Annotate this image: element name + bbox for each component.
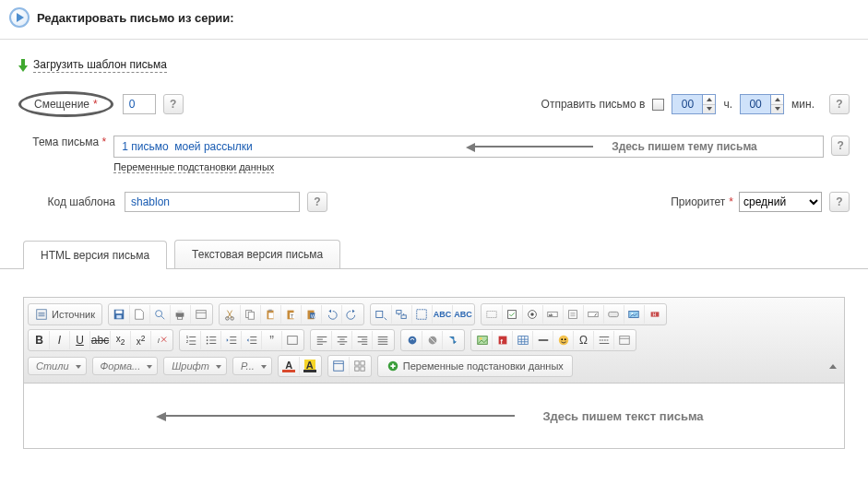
underline-icon[interactable]: U [70,331,90,349]
subject-vars-link[interactable]: Переменные подстановки данных [113,161,274,173]
minutes-up-icon[interactable] [771,95,783,105]
send-time-help-button[interactable]: ? [829,94,850,114]
table-icon[interactable] [513,331,533,349]
source-button[interactable]: Источник [30,305,101,324]
vars-button[interactable]: Переменные подстановки данных [379,357,571,375]
offset-input[interactable] [123,94,156,114]
find-icon[interactable] [372,305,392,324]
template-code-input[interactable] [125,192,300,212]
styles-dropdown[interactable]: Стили [28,357,87,375]
template-code-help-button[interactable]: ? [307,192,327,212]
checkbox-icon[interactable] [503,305,523,324]
radio-icon[interactable] [523,305,543,324]
tab-text[interactable]: Текстовая версия письма [174,240,340,268]
italic-icon[interactable]: I [50,331,70,349]
hours-up-icon[interactable] [703,95,715,105]
subscript-icon[interactable]: x2 [111,331,131,349]
subject-help-button[interactable]: ? [831,136,850,156]
page-break-icon[interactable] [594,331,614,349]
special-char-icon[interactable]: Ω [574,331,594,349]
form-icon[interactable] [482,305,503,324]
send-time-block: Отправить письмо в 00 ч. 00 мин. ? [541,94,850,114]
tab-html[interactable]: HTML версия письма [23,241,167,269]
div-icon[interactable] [282,331,303,349]
outdent-icon[interactable] [221,331,242,349]
svg-rect-56 [620,336,630,345]
numbered-list-icon[interactable]: 12 [181,331,201,349]
button-field-icon[interactable] [604,305,624,324]
remove-format-icon[interactable]: I [151,331,172,349]
load-template-link[interactable]: Загрузить шаблон письма [33,58,167,73]
paste-text-icon[interactable]: T [281,305,302,324]
indent-icon[interactable] [242,331,262,349]
svg-rect-34 [609,312,619,316]
svg-rect-3 [117,315,122,319]
hidden-field-icon[interactable]: H [645,305,665,324]
size-dropdown[interactable]: Р... [232,357,272,375]
image-button-icon[interactable] [624,305,645,324]
paste-icon[interactable] [261,305,281,324]
subject-input[interactable] [113,136,824,158]
templates-icon[interactable] [191,305,211,324]
left-arrow-icon [164,415,515,417]
offset-help-button[interactable]: ? [163,94,184,114]
cut-icon[interactable] [220,305,241,324]
format-dropdown[interactable]: Форма... [92,357,159,375]
scayt-icon[interactable]: ABC [453,305,473,324]
paste-word-icon[interactable]: W [302,305,322,324]
svg-point-43 [206,339,208,341]
minutes-spinner[interactable]: 00 [740,94,784,114]
redo-icon[interactable] [342,305,363,324]
hr-icon[interactable] [533,331,553,349]
align-right-icon[interactable] [352,331,373,349]
download-icon [18,59,28,72]
preview-icon[interactable] [150,305,171,324]
undo-icon[interactable] [322,305,342,324]
hours-down-icon[interactable] [703,105,715,114]
minutes-down-icon[interactable] [771,105,783,114]
hours-spinner[interactable]: 00 [672,94,716,114]
send-time-label: Отправить письмо в [541,98,646,111]
textarea-icon[interactable] [564,305,584,324]
replace-icon[interactable] [392,305,412,324]
image-icon[interactable] [472,331,493,349]
minutes-value: 00 [741,98,770,111]
blockquote-icon[interactable]: ” [262,331,282,349]
align-justify-icon[interactable] [373,331,393,349]
copy-icon[interactable] [241,305,261,324]
svg-point-42 [206,336,208,338]
svg-rect-45 [288,336,298,345]
font-dropdown[interactable]: Шрифт [163,357,227,375]
editor-body[interactable]: Здесь пишем текст письма [24,384,844,448]
select-field-icon[interactable] [584,305,604,324]
svg-rect-23 [397,311,401,314]
priority-help-button[interactable]: ? [829,192,850,212]
unlink-icon[interactable] [422,331,443,349]
bg-color-icon[interactable]: A [300,357,320,375]
save-icon[interactable] [110,305,130,324]
show-blocks-icon[interactable] [350,357,370,375]
hours-suffix: ч. [723,98,732,111]
svg-text:2: 2 [185,339,188,344]
text-color-icon[interactable]: A [279,357,300,375]
align-center-icon[interactable] [332,331,352,349]
anchor-icon[interactable] [443,331,463,349]
new-page-icon[interactable] [130,305,150,324]
bullet-list-icon[interactable] [201,331,221,349]
priority-select[interactable]: средний [739,192,822,212]
strike-icon[interactable]: abc [90,331,111,349]
iframe-icon[interactable] [614,331,635,349]
toolbar-collapse-icon[interactable] [829,364,840,369]
spellcheck-icon[interactable]: ABC [433,305,453,324]
link-icon[interactable] [402,331,422,349]
textfield-icon[interactable]: ab [543,305,564,324]
select-all-icon[interactable] [412,305,433,324]
align-left-icon[interactable] [312,331,332,349]
send-time-checkbox[interactable] [652,99,664,111]
smiley-icon[interactable] [553,331,574,349]
superscript-icon[interactable]: x2 [131,331,151,349]
flash-icon[interactable]: f [493,331,513,349]
bold-icon[interactable]: B [30,331,50,349]
maximize-icon[interactable] [329,357,350,375]
print-icon[interactable] [171,305,191,324]
